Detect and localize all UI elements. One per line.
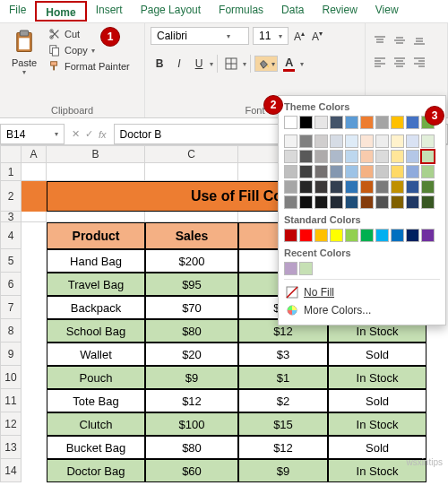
color-swatch[interactable]: [314, 165, 328, 178]
more-colors-option[interactable]: More Colors...: [284, 301, 440, 319]
color-swatch[interactable]: [406, 150, 419, 163]
color-swatch[interactable]: [391, 180, 404, 194]
cell[interactable]: $80: [145, 319, 238, 343]
color-swatch[interactable]: [391, 195, 404, 209]
cell[interactable]: [145, 163, 238, 181]
color-swatch[interactable]: [406, 180, 419, 194]
borders-button[interactable]: [221, 54, 241, 74]
cell[interactable]: [22, 343, 47, 366]
align-top-button[interactable]: [371, 32, 389, 48]
color-swatch[interactable]: [360, 116, 374, 129]
font-color-button[interactable]: A: [280, 54, 298, 74]
cell[interactable]: $12: [238, 436, 328, 459]
column-header[interactable]: C: [145, 145, 238, 163]
row-header[interactable]: 7: [0, 296, 22, 319]
cell[interactable]: Pouch: [47, 366, 145, 389]
row-header[interactable]: 12: [0, 412, 22, 436]
cell[interactable]: Hand Bag: [47, 249, 145, 273]
align-left-button[interactable]: [371, 54, 389, 70]
row-header[interactable]: 14: [0, 459, 22, 482]
color-swatch[interactable]: [375, 229, 389, 242]
color-swatch[interactable]: [284, 150, 297, 163]
color-swatch[interactable]: [284, 195, 297, 209]
chevron-down-icon[interactable]: ▾: [243, 60, 246, 68]
color-swatch[interactable]: [330, 165, 343, 178]
row-header[interactable]: 5: [0, 249, 22, 273]
color-swatch[interactable]: [284, 165, 297, 178]
cell[interactable]: School Bag: [47, 319, 145, 343]
color-swatch[interactable]: [360, 165, 374, 178]
row-header[interactable]: 10: [0, 366, 22, 389]
color-swatch[interactable]: [299, 165, 313, 178]
color-swatch[interactable]: [330, 134, 343, 148]
cell[interactable]: $9: [145, 366, 238, 389]
color-swatch[interactable]: [345, 134, 358, 148]
color-swatch[interactable]: [330, 195, 343, 209]
increase-font-icon[interactable]: A▴: [292, 30, 306, 43]
color-swatch[interactable]: [375, 180, 389, 194]
color-swatch[interactable]: [375, 195, 389, 209]
row-header[interactable]: 11: [0, 389, 22, 412]
cell[interactable]: Bucket Bag: [47, 436, 145, 459]
cell[interactable]: $12: [145, 389, 238, 412]
cell[interactable]: Tote Bag: [47, 389, 145, 412]
tab-formulas[interactable]: Formulas: [210, 0, 272, 22]
cell[interactable]: [22, 389, 47, 412]
fill-color-button[interactable]: ▾: [254, 56, 278, 72]
color-swatch[interactable]: [391, 165, 404, 178]
format-painter-button[interactable]: Format Painter: [47, 59, 132, 74]
cell[interactable]: In Stock: [328, 412, 426, 436]
color-swatch[interactable]: [299, 150, 313, 163]
row-header[interactable]: 1: [0, 163, 22, 181]
color-swatch[interactable]: [330, 229, 343, 242]
decrease-font-icon[interactable]: A▾: [310, 30, 324, 43]
color-swatch[interactable]: [314, 229, 328, 242]
cell[interactable]: [22, 319, 47, 343]
copy-button[interactable]: Copy ▾: [47, 43, 132, 57]
color-swatch[interactable]: [284, 180, 297, 194]
cell[interactable]: In Stock: [328, 366, 426, 389]
color-swatch[interactable]: [299, 262, 313, 275]
cell[interactable]: [22, 366, 47, 389]
cell[interactable]: [22, 249, 47, 273]
cell[interactable]: [22, 273, 47, 296]
cell[interactable]: Clutch: [47, 412, 145, 436]
fx-icon[interactable]: fx: [99, 129, 107, 140]
color-swatch[interactable]: [406, 134, 419, 148]
bold-button[interactable]: B: [151, 54, 168, 74]
cell[interactable]: $80: [145, 436, 238, 459]
color-swatch[interactable]: [299, 116, 313, 129]
cell[interactable]: [47, 212, 145, 222]
color-swatch[interactable]: [314, 150, 328, 163]
color-swatch[interactable]: [391, 229, 404, 242]
column-header[interactable]: A: [22, 145, 47, 163]
cell[interactable]: [22, 222, 47, 249]
cell[interactable]: [22, 296, 47, 319]
no-fill-option[interactable]: No Fill: [284, 283, 440, 301]
color-swatch[interactable]: [299, 134, 313, 148]
cell[interactable]: [22, 212, 47, 222]
color-swatch[interactable]: [314, 180, 328, 194]
align-right-button[interactable]: [410, 54, 428, 70]
cell[interactable]: [22, 412, 47, 436]
cell[interactable]: $100: [145, 412, 238, 436]
color-swatch[interactable]: [375, 150, 389, 163]
color-swatch[interactable]: [284, 262, 297, 275]
row-header[interactable]: 4: [0, 222, 22, 249]
font-name-select[interactable]: Calibri▾: [151, 27, 249, 45]
cell[interactable]: [47, 163, 145, 181]
row-header[interactable]: 8: [0, 319, 22, 343]
cell[interactable]: Travel Bag: [47, 273, 145, 296]
tab-insert[interactable]: Insert: [87, 0, 132, 22]
cell[interactable]: Doctor Bag: [47, 459, 145, 482]
color-swatch[interactable]: [284, 134, 297, 148]
tab-review[interactable]: Review: [313, 0, 366, 22]
row-header[interactable]: 13: [0, 436, 22, 459]
cell[interactable]: $20: [145, 343, 238, 366]
color-swatch[interactable]: [314, 195, 328, 209]
color-swatch[interactable]: [375, 165, 389, 178]
color-swatch[interactable]: [391, 116, 404, 129]
cell[interactable]: $9: [238, 459, 328, 482]
cell[interactable]: [22, 436, 47, 459]
select-all-corner[interactable]: [0, 145, 22, 163]
